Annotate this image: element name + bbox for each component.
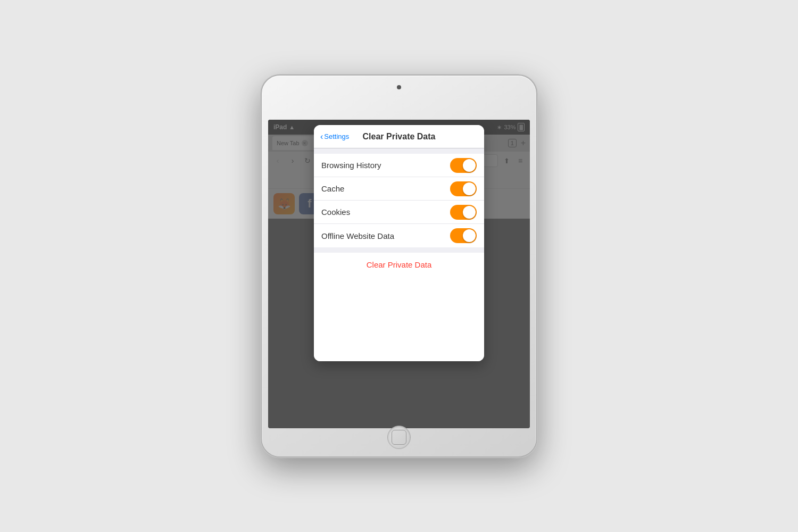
browsing-history-toggle[interactable] <box>450 158 477 173</box>
back-to-settings-button[interactable]: ‹ Settings <box>320 132 349 142</box>
home-button[interactable] <box>387 426 411 449</box>
panel-header: ‹ Settings Clear Private Data <box>314 125 484 148</box>
clear-section: Clear Private Data <box>314 253 484 276</box>
front-camera <box>397 85 401 89</box>
cache-toggle[interactable] <box>450 181 477 196</box>
ipad-screen: iPad ▲ 19:04 ∗ 33% ▓ New Tab ✕ 1 + <box>268 120 530 428</box>
cookies-label: Cookies <box>321 207 350 217</box>
ipad-device: iPad ▲ 19:04 ∗ 33% ▓ New Tab ✕ 1 + <box>261 74 537 458</box>
panel-bottom-space <box>314 276 484 361</box>
cache-label: Cache <box>321 184 344 193</box>
browsing-history-label: Browsing History <box>321 161 381 170</box>
browsing-history-toggle-row: Browsing History <box>314 154 484 177</box>
offline-website-data-toggle-row: Offline Website Data <box>314 224 484 247</box>
clear-private-data-panel: ‹ Settings Clear Private Data Browsing H… <box>314 125 484 361</box>
toggle-group: Browsing History Cache Cookies Offline W… <box>314 154 484 247</box>
offline-website-data-toggle[interactable] <box>450 228 477 243</box>
home-button-inner <box>392 430 406 445</box>
panel-title: Clear Private Data <box>363 132 436 142</box>
clear-private-data-button[interactable]: Clear Private Data <box>314 253 484 276</box>
cache-toggle-row: Cache <box>314 177 484 201</box>
offline-website-data-label: Offline Website Data <box>321 231 394 240</box>
cookies-toggle[interactable] <box>450 205 477 220</box>
chevron-left-icon: ‹ <box>320 132 323 142</box>
modal-overlay: ‹ Settings Clear Private Data Browsing H… <box>268 120 530 428</box>
cookies-toggle-row: Cookies <box>314 201 484 224</box>
back-label: Settings <box>324 132 349 140</box>
